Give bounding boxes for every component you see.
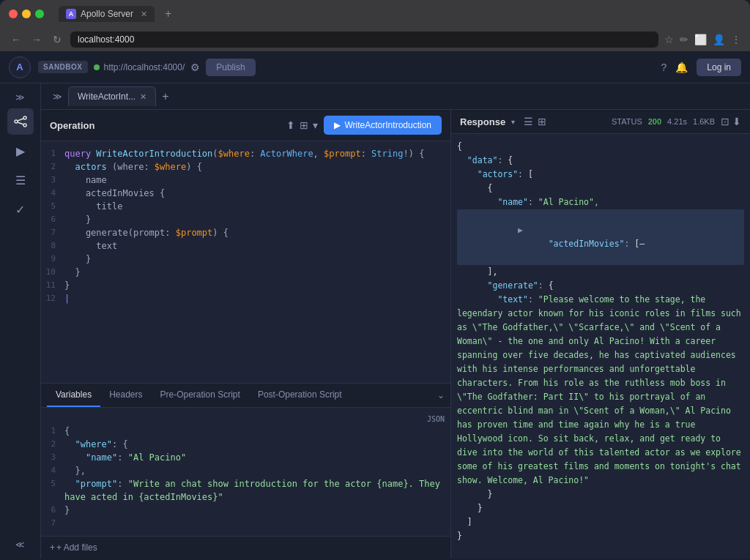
header-right: ? 🔔 Log in [661, 59, 742, 76]
code-line-11: 11 } [41, 279, 450, 292]
sidebar-icons: ≫ ▶ ☰ ✓ ≪ [0, 83, 41, 559]
add-tab-button[interactable]: + [156, 90, 174, 103]
notifications-icon[interactable]: 🔔 [675, 61, 688, 73]
response-time: 4.21s [667, 117, 687, 126]
new-tab-button[interactable]: + [165, 7, 171, 20]
run-button[interactable]: ▶ WriteActorIntroduction [324, 116, 442, 135]
help-icon[interactable]: ? [661, 61, 667, 73]
edit-icon[interactable]: ✏ [680, 34, 688, 45]
address-input[interactable] [70, 31, 658, 48]
code-editor-inner: 1 query WriteActorIntroduction($where: A… [41, 141, 450, 383]
var-line-2: 2 "where": { [41, 438, 450, 451]
svg-point-2 [23, 124, 26, 127]
sidebar-collapse-icon[interactable]: ≪ [12, 537, 28, 553]
response-header: Response ▾ ☰ ⊞ STATUS 200 4.21s 1.6KB ⊡ [451, 110, 750, 134]
var-line-6: 6 } [41, 504, 450, 517]
svg-line-3 [18, 119, 23, 121]
minimize-button[interactable] [22, 10, 31, 18]
browser-chrome: A Apollo Server ✕ + ← → ↻ ☆ ✏ ⬜ 👤 ⋮ [0, 0, 750, 51]
response-body: { "data": { "actors": [ { "name": "Al Pa… [451, 134, 750, 559]
tab-headers[interactable]: Headers [100, 384, 151, 407]
export-icon[interactable]: ⬆ [286, 119, 295, 131]
browser-tab[interactable]: A Apollo Server ✕ [59, 6, 155, 22]
operation-title: Operation [50, 120, 281, 131]
browser-titlebar: A Apollo Server ✕ + [0, 0, 750, 28]
graph-icon [14, 115, 27, 128]
close-button[interactable] [9, 10, 18, 18]
login-button[interactable]: Log in [697, 59, 741, 76]
browser-addressbar: ← → ↻ ☆ ✏ ⬜ 👤 ⋮ [0, 28, 750, 51]
svg-point-1 [23, 116, 26, 119]
copy-chevron-icon[interactable]: ▾ [313, 119, 318, 131]
publish-button[interactable]: Publish [206, 59, 255, 76]
sidebar-icon-graph[interactable] [7, 108, 34, 135]
add-files-button[interactable]: + + Add files [41, 536, 450, 559]
tab-variables[interactable]: Variables [47, 384, 100, 407]
status-code: 200 [648, 117, 661, 126]
left-panel: Operation ⬆ ⊞ ▾ ▶ WriteActorIntroduction [41, 110, 451, 559]
resp-line-2: "data": { [457, 154, 744, 168]
resp-line-5: "name": "Al Pacino", [457, 195, 744, 209]
svg-point-0 [15, 120, 18, 123]
refresh-button[interactable]: ↻ [50, 34, 64, 45]
resp-line-11: } [457, 501, 744, 515]
content-area: Operation ⬆ ⊞ ▾ ▶ WriteActorIntroduction [41, 110, 750, 559]
tab-close-icon[interactable]: ✕ [140, 92, 146, 102]
collapse-variables-icon[interactable]: ⌄ [437, 390, 445, 400]
share-icon[interactable]: ⬜ [694, 34, 707, 45]
resp-line-1: { [457, 140, 744, 154]
expand-arrow-icon[interactable]: ▶ [518, 225, 523, 235]
endpoint-status-dot [94, 64, 100, 70]
sidebar-expand-icon[interactable]: ≫ [12, 89, 28, 105]
response-grid-icon[interactable]: ⊞ [538, 116, 546, 127]
code-editor[interactable]: 1 query WriteActorIntroduction($where: A… [41, 141, 450, 383]
editor-area: ≫ WriteActorInt... ✕ + Operation ⬆ ⊞ ▾ [41, 83, 750, 559]
copy-icon[interactable]: ⊞ [300, 119, 308, 131]
sidebar-icon-check[interactable]: ✓ [7, 196, 34, 223]
resp-line-9: "text": "Please welcome to the stage, th… [457, 293, 744, 488]
code-line-2: 2 actors (where: $where) { [41, 160, 450, 173]
back-button[interactable]: ← [9, 34, 23, 45]
variables-tabs: Variables Headers Pre-Operation Script P… [41, 384, 450, 408]
play-icon: ▶ [334, 120, 341, 130]
download-response-icon[interactable]: ⬇ [732, 116, 741, 127]
copy-response-icon[interactable]: ⊡ [721, 116, 729, 127]
tab-label: WriteActorInt... [78, 92, 135, 102]
apollo-logo: A [9, 56, 31, 78]
response-size: 1.6KB [693, 117, 715, 126]
response-list-icon[interactable]: ☰ [524, 116, 533, 127]
bookmark-icon[interactable]: ☆ [664, 34, 674, 45]
resp-line-3: "actors": [ [457, 168, 744, 182]
variables-editor[interactable]: JSON 1 { 2 "where": { 3 "name": [41, 408, 450, 536]
resp-line-7: ], [457, 265, 744, 279]
tab-close-icon[interactable]: ✕ [141, 10, 147, 19]
resp-line-6: ▶ "actedInMovies": [– [457, 209, 744, 265]
sidebar-icon-play[interactable]: ▶ [7, 138, 34, 164]
var-line-7: 7 [41, 517, 450, 530]
editor-tab-writeactor[interactable]: WriteActorInt... ✕ [68, 86, 156, 106]
endpoint-url[interactable]: http://localhost:4000/ [104, 62, 185, 72]
response-copy-actions: ⊡ ⬇ [721, 116, 741, 127]
resp-line-4: { [457, 182, 744, 195]
operation-actions: ⬆ ⊞ ▾ [286, 119, 318, 131]
tab-pre-operation[interactable]: Pre-Operation Script [152, 384, 249, 407]
forward-button[interactable]: → [29, 34, 44, 45]
resp-line-10: } [457, 488, 744, 501]
traffic-lights [9, 10, 44, 18]
code-line-12: 12 [41, 292, 450, 305]
add-files-label: + Add files [56, 542, 97, 553]
variables-panel: Variables Headers Pre-Operation Script P… [41, 383, 450, 559]
response-chevron-icon[interactable]: ▾ [511, 118, 515, 126]
settings-icon[interactable]: ⚙ [190, 61, 200, 73]
code-line-7: 7 generate(prompt: $prompt) { [41, 226, 450, 239]
address-actions: ☆ ✏ ⬜ 👤 ⋮ [664, 34, 741, 45]
run-button-label: WriteActorIntroduction [345, 120, 432, 130]
tab-post-operation[interactable]: Post-Operation Script [249, 384, 351, 407]
tab-expand-icon[interactable]: ≫ [47, 92, 68, 102]
json-badge: JSON [427, 415, 445, 423]
sidebar-icon-docs[interactable]: ☰ [7, 167, 34, 193]
menu-icon[interactable]: ⋮ [731, 34, 741, 45]
maximize-button[interactable] [35, 10, 44, 18]
avatar-icon[interactable]: 👤 [713, 34, 725, 45]
resp-line-13: } [457, 529, 744, 543]
